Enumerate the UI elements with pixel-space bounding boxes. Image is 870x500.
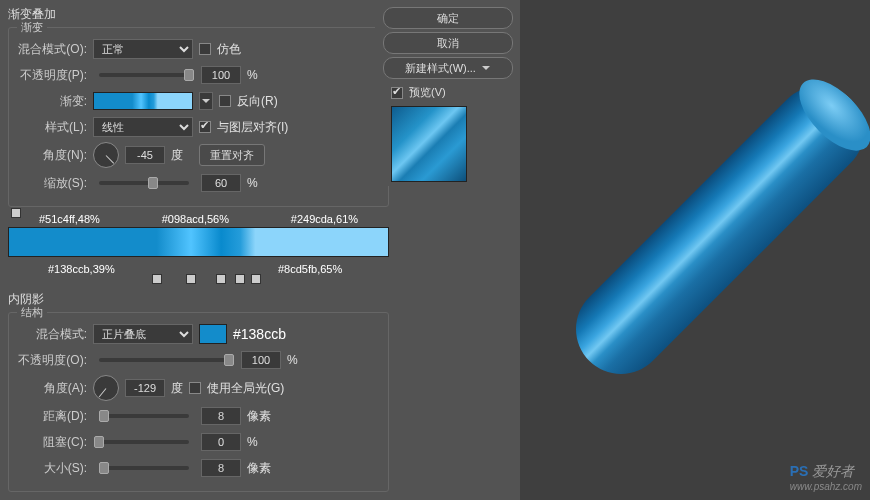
stop-marker-top[interactable] <box>11 208 21 218</box>
opacity-row: 不透明度(P): % <box>17 64 380 86</box>
is-distance-label: 距离(D): <box>17 408 87 425</box>
is-size-label: 大小(S): <box>17 460 87 477</box>
is-opacity-unit: % <box>287 353 298 367</box>
scale-unit: % <box>247 176 258 190</box>
is-distance-row: 距离(D): 像素 <box>17 405 380 427</box>
opacity-input[interactable] <box>201 66 241 84</box>
ok-button[interactable]: 确定 <box>383 7 513 29</box>
is-opacity-label: 不透明度(O): <box>17 352 87 369</box>
is-size-slider[interactable] <box>99 466 189 470</box>
dialog-buttons: 确定 取消 新建样式(W)... 预览(V) <box>375 0 520 186</box>
reverse-checkbox[interactable] <box>219 95 231 107</box>
stop-top-1: #51c4ff,48% <box>39 213 100 225</box>
gradient-strip: #51c4ff,48% #098acd,56% #249cda,61% #138… <box>8 213 389 279</box>
gradient-dropdown-icon[interactable] <box>199 92 213 110</box>
gradient-fieldset: 渐变 混合模式(O): 正常 仿色 不透明度(P): % 渐变: 反向(R) 样… <box>8 27 389 207</box>
is-size-row: 大小(S): 像素 <box>17 457 380 479</box>
is-choke-slider[interactable] <box>99 440 189 444</box>
is-angle-row: 角度(A): 度 使用全局光(G) <box>17 375 380 401</box>
scale-label: 缩放(S): <box>17 175 87 192</box>
style-preview-thumb <box>391 106 467 182</box>
angle-unit: 度 <box>171 147 183 164</box>
is-opacity-input[interactable] <box>241 351 281 369</box>
opacity-unit: % <box>247 68 258 82</box>
is-angle-label: 角度(A): <box>17 380 87 397</box>
align-checkbox[interactable] <box>199 121 211 133</box>
inner-shadow-title: 内阴影 <box>8 291 389 308</box>
is-opacity-row: 不透明度(O): % <box>17 349 380 371</box>
style-row: 样式(L): 线性 与图层对齐(I) <box>17 116 380 138</box>
gradient-preview[interactable] <box>93 92 193 110</box>
is-color-swatch[interactable] <box>199 324 227 344</box>
gradient-bar[interactable] <box>8 227 389 257</box>
preview-checkbox[interactable] <box>391 87 403 99</box>
layer-style-panel: 渐变叠加 渐变 混合模式(O): 正常 仿色 不透明度(P): % 渐变: 反向… <box>0 0 397 500</box>
opacity-slider[interactable] <box>99 73 189 77</box>
angle-label: 角度(N): <box>17 147 87 164</box>
is-choke-unit: % <box>247 435 258 449</box>
gradient-row: 渐变: 反向(R) <box>17 90 380 112</box>
is-size-unit: 像素 <box>247 460 271 477</box>
blend-mode-select[interactable]: 正常 <box>93 39 193 59</box>
is-choke-row: 阻塞(C): % <box>17 431 380 453</box>
is-blend-select[interactable]: 正片叠底 <box>93 324 193 344</box>
is-blend-label: 混合模式: <box>17 326 87 343</box>
inner-shadow-fieldset: 结构 混合模式: 正片叠底 #138ccb 不透明度(O): % 角度(A): … <box>8 312 389 492</box>
dither-checkbox[interactable] <box>199 43 211 55</box>
scale-input[interactable] <box>201 174 241 192</box>
reverse-label: 反向(R) <box>237 93 278 110</box>
angle-input[interactable] <box>125 146 165 164</box>
angle-dial[interactable] <box>93 142 119 168</box>
is-distance-unit: 像素 <box>247 408 271 425</box>
global-light-label: 使用全局光(G) <box>207 380 284 397</box>
is-angle-unit: 度 <box>171 380 183 397</box>
scale-row: 缩放(S): % <box>17 172 380 194</box>
is-opacity-slider[interactable] <box>99 358 229 362</box>
stop-top-2: #098acd,56% <box>162 213 229 225</box>
scale-slider[interactable] <box>99 181 189 185</box>
is-choke-label: 阻塞(C): <box>17 434 87 451</box>
global-light-checkbox[interactable] <box>189 382 201 394</box>
stop-bottom-right: #8cd5fb,65% <box>278 263 342 275</box>
gradient-legend: 渐变 <box>17 20 47 35</box>
dither-label: 仿色 <box>217 41 241 58</box>
angle-row: 角度(N): 度 重置对齐 <box>17 142 380 168</box>
style-label: 样式(L): <box>17 119 87 136</box>
align-label: 与图层对齐(I) <box>217 119 288 136</box>
is-color-hex: #138ccb <box>233 326 286 342</box>
reset-align-button[interactable]: 重置对齐 <box>199 144 265 166</box>
gradient-label: 渐变: <box>17 93 87 110</box>
is-angle-input[interactable] <box>125 379 165 397</box>
blend-mode-label: 混合模式(O): <box>17 41 87 58</box>
canvas-area <box>520 0 870 500</box>
blend-mode-row: 混合模式(O): 正常 仿色 <box>17 38 380 60</box>
is-distance-slider[interactable] <box>99 414 189 418</box>
is-size-input[interactable] <box>201 459 241 477</box>
preview-label: 预览(V) <box>409 85 446 100</box>
rendered-cylinder <box>557 67 870 392</box>
stop-top-3: #249cda,61% <box>291 213 358 225</box>
is-choke-input[interactable] <box>201 433 241 451</box>
opacity-label: 不透明度(P): <box>17 67 87 84</box>
is-distance-input[interactable] <box>201 407 241 425</box>
structure-legend: 结构 <box>17 305 47 320</box>
is-angle-dial[interactable] <box>93 375 119 401</box>
panel-title: 渐变叠加 <box>8 6 389 23</box>
cancel-button[interactable]: 取消 <box>383 32 513 54</box>
new-style-button[interactable]: 新建样式(W)... <box>383 57 513 79</box>
stop-bottom-left: #138ccb,39% <box>48 263 115 275</box>
watermark: PS 爱好者 www.psahz.com <box>790 463 862 492</box>
style-select[interactable]: 线性 <box>93 117 193 137</box>
is-blend-row: 混合模式: 正片叠底 #138ccb <box>17 323 380 345</box>
